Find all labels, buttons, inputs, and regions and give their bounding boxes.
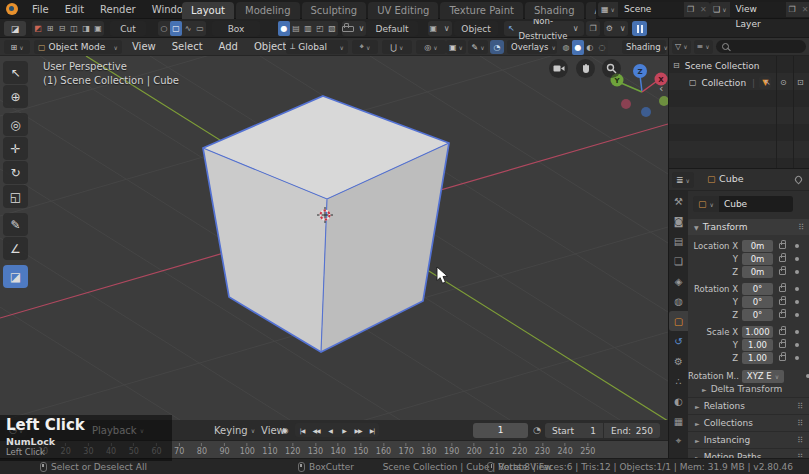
transform-value-field[interactable]: 0° bbox=[742, 309, 773, 321]
animate-dot[interactable] bbox=[795, 343, 799, 347]
use-preview-range-icon[interactable]: ◔ bbox=[533, 425, 541, 435]
workspace-tab-texture-paint[interactable]: Texture Paint bbox=[440, 2, 523, 19]
lock-icon[interactable] bbox=[779, 355, 786, 361]
ngon-shape-icon[interactable]: ∿ bbox=[182, 21, 194, 36]
menu-file[interactable]: File bbox=[24, 0, 57, 19]
animate-dot[interactable] bbox=[795, 257, 799, 261]
gizmo-neg-y-ball[interactable] bbox=[659, 96, 668, 106]
render-visibility-icon[interactable]: ⊡ bbox=[797, 78, 804, 87]
tool-move[interactable]: ◎ bbox=[3, 113, 28, 136]
lock-icon[interactable] bbox=[779, 269, 786, 275]
lock-icon[interactable] bbox=[779, 329, 786, 335]
animate-dot[interactable] bbox=[795, 330, 799, 334]
viewport-menu-add[interactable]: Add bbox=[211, 38, 246, 56]
animate-dot[interactable] bbox=[795, 270, 799, 274]
viewport-menu-select[interactable]: Select bbox=[164, 38, 211, 56]
boxcutter-toggle-6-icon[interactable]: ▣ bbox=[92, 21, 104, 36]
object-name-field[interactable]: Cube bbox=[719, 196, 793, 212]
workspace-tab-shading[interactable]: Shading bbox=[525, 2, 584, 19]
delete-scene-button[interactable]: ✕ bbox=[697, 2, 710, 17]
circle-shape-icon[interactable]: ○ bbox=[158, 21, 170, 36]
menu-edit[interactable]: Edit bbox=[57, 0, 92, 19]
cut-operation-5-icon[interactable]: ▧ bbox=[326, 21, 338, 36]
pin-icon[interactable] bbox=[794, 175, 804, 185]
record-button[interactable]: ◉ bbox=[278, 423, 292, 437]
transform-value-field[interactable]: 0° bbox=[742, 296, 773, 308]
new-view-layer-button[interactable]: ❐ bbox=[786, 2, 799, 17]
animate-dot[interactable] bbox=[795, 244, 799, 248]
lock-icon[interactable] bbox=[779, 243, 786, 249]
outliner-row-collection[interactable]: ▢ Collection | ▼ ↖ ⊙ ⊡ bbox=[669, 74, 809, 91]
jump-to-end-button[interactable]: ▶| bbox=[365, 423, 379, 437]
lock-icon[interactable] bbox=[779, 256, 786, 262]
lock-dropdown[interactable]: ∨ bbox=[342, 21, 366, 36]
material-shading-icon[interactable]: ◐ bbox=[584, 40, 596, 55]
properties-tab-view-layer[interactable]: ❏ bbox=[669, 251, 688, 271]
editor-type-dropdown[interactable]: ⊞∨ bbox=[4, 40, 30, 54]
tool-scale[interactable]: ◱ bbox=[3, 185, 28, 208]
properties-tab-output[interactable]: ▤ bbox=[669, 231, 688, 251]
view-layer-selector[interactable]: ❏∨ View Layer ❐ ✕ bbox=[710, 2, 809, 17]
boxcutter-toggle-1-icon[interactable]: ◩ bbox=[32, 21, 44, 36]
settings-dropdown[interactable]: ⚙∨ bbox=[604, 21, 628, 36]
blender-logo[interactable] bbox=[6, 3, 18, 15]
tool-3d-cursor[interactable]: ⊕ bbox=[3, 85, 28, 108]
zoom-view-button[interactable] bbox=[602, 59, 621, 78]
gizmo-neg-z-ball[interactable] bbox=[641, 107, 651, 117]
properties-tab-world[interactable]: ◍ bbox=[669, 291, 688, 311]
outliner-search-input[interactable] bbox=[716, 40, 806, 53]
tool-annotate[interactable]: ✎ bbox=[3, 213, 28, 236]
workspace-tab-uv-editing[interactable]: UV Editing bbox=[368, 2, 438, 19]
lock-icon[interactable] bbox=[779, 342, 786, 348]
active-tool-button[interactable]: ◪ bbox=[4, 21, 26, 36]
tool-transform[interactable]: ✛ bbox=[3, 137, 28, 160]
rendered-shading-icon[interactable]: ◌ bbox=[596, 40, 608, 55]
cube-object[interactable] bbox=[203, 96, 449, 352]
timeline-menu-keying[interactable]: Keying∨ bbox=[214, 425, 255, 436]
cut-operation-4-icon[interactable]: ◰ bbox=[314, 21, 326, 36]
menu-render[interactable]: Render bbox=[92, 0, 144, 19]
next-keyframe-button[interactable]: ▶▶ bbox=[351, 423, 365, 437]
boxcutter-toggle-2-icon[interactable]: ⊞ bbox=[44, 21, 56, 36]
mode-dropdown[interactable]: ▢ Object Mode ∨ bbox=[34, 40, 122, 54]
properties-tab-material[interactable]: ◐ bbox=[669, 391, 688, 411]
transform-value-field[interactable]: 1.00 bbox=[742, 352, 773, 364]
prev-keyframe-button[interactable]: ◀◀ bbox=[309, 423, 323, 437]
transform-value-field[interactable]: 0m bbox=[742, 240, 773, 252]
lock-icon[interactable] bbox=[779, 286, 786, 292]
animate-dot[interactable] bbox=[795, 287, 799, 291]
transform-value-field[interactable]: 0° bbox=[742, 283, 773, 295]
outliner-display-dropdown[interactable]: ≡∨ bbox=[694, 40, 713, 54]
cut-operation-3-icon[interactable]: ▥ bbox=[302, 21, 314, 36]
cut-mode-button[interactable]: Cut bbox=[110, 21, 146, 36]
animate-dot[interactable] bbox=[795, 300, 799, 304]
workspace-tab-animation[interactable]: Animation bbox=[586, 2, 596, 19]
sidebar-toggle[interactable]: ‹ bbox=[659, 82, 663, 95]
transform-value-field[interactable]: 0m bbox=[742, 253, 773, 265]
play-button[interactable]: ▶ bbox=[337, 423, 351, 437]
transform-value-field[interactable]: 1.00 bbox=[742, 339, 773, 351]
tool-tweak-select[interactable]: ↖ bbox=[3, 61, 28, 84]
boxcutter-toggle-5-icon[interactable]: ◨ bbox=[80, 21, 92, 36]
box-shape-icon[interactable]: ▢ bbox=[170, 21, 182, 36]
snap-dropdown[interactable]: ⋃∨ bbox=[382, 40, 412, 54]
play-reverse-button[interactable]: ◀ bbox=[323, 423, 337, 437]
selectable-icon[interactable]: ↖ bbox=[764, 78, 771, 87]
properties-tab-constraints[interactable]: ⌖ bbox=[669, 431, 688, 451]
drag-dots-icon[interactable]: ⠿ bbox=[798, 223, 804, 232]
solid-shading-icon[interactable]: ● bbox=[572, 40, 584, 55]
panel-collections[interactable]: ►Collections⠿ bbox=[688, 414, 809, 431]
properties-tab-physics[interactable]: ↺ bbox=[669, 331, 688, 351]
rotation-mode-dropdown[interactable]: XYZ E∨ bbox=[742, 370, 784, 383]
properties-tab-render[interactable]: ◙ bbox=[669, 211, 688, 231]
properties-tab-scene[interactable]: ◈ bbox=[669, 271, 688, 291]
drag-dots-icon[interactable]: ⠿ bbox=[797, 419, 803, 428]
scene-name-field[interactable]: Scene bbox=[618, 2, 684, 17]
copy-settings-button[interactable]: ❐ bbox=[586, 21, 600, 36]
custom-shape-icon[interactable]: ▭ bbox=[194, 21, 206, 36]
transform-value-field[interactable]: 0m bbox=[742, 266, 773, 278]
panel-instancing[interactable]: ►Instancing⠿ bbox=[688, 431, 809, 448]
delete-view-layer-button[interactable]: ✕ bbox=[799, 2, 809, 17]
gizmo-neg-x-ball[interactable] bbox=[621, 99, 631, 109]
panel-relations[interactable]: ►Relations⠿ bbox=[688, 397, 809, 414]
